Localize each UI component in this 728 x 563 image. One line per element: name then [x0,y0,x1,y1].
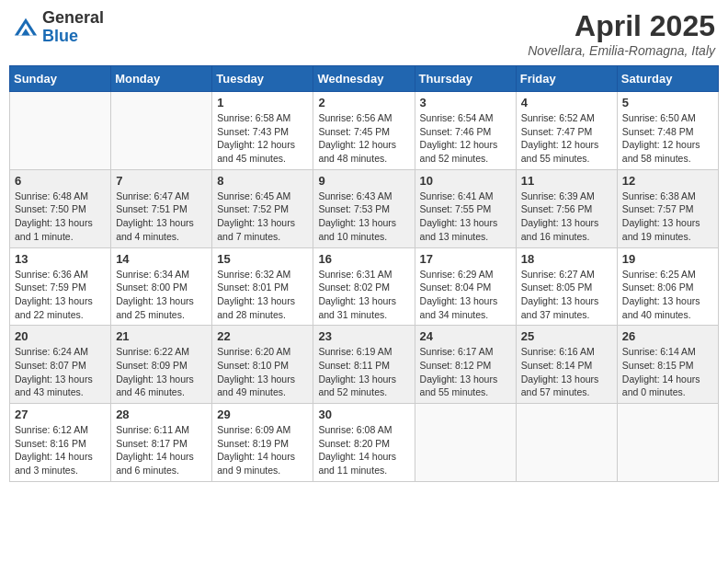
day-number: 6 [15,174,106,188]
day-info: Sunrise: 6:43 AM Sunset: 7:53 PM Dayligh… [318,190,409,244]
weekday-header: Sunday [10,66,111,92]
calendar-table: SundayMondayTuesdayWednesdayThursdayFrid… [9,65,719,482]
day-info: Sunrise: 6:34 AM Sunset: 8:00 PM Dayligh… [116,268,207,322]
day-info: Sunrise: 6:48 AM Sunset: 7:50 PM Dayligh… [15,190,106,244]
calendar-week-row: 20Sunrise: 6:24 AM Sunset: 8:07 PM Dayli… [10,326,719,404]
calendar-cell [516,404,617,482]
calendar-cell: 1Sunrise: 6:58 AM Sunset: 7:43 PM Daylig… [212,92,313,170]
calendar-cell: 8Sunrise: 6:45 AM Sunset: 7:52 PM Daylig… [212,169,313,247]
calendar-cell: 19Sunrise: 6:25 AM Sunset: 8:06 PM Dayli… [617,247,718,326]
day-info: Sunrise: 6:41 AM Sunset: 7:55 PM Dayligh… [420,190,511,244]
day-info: Sunrise: 6:50 AM Sunset: 7:48 PM Dayligh… [622,111,713,166]
day-info: Sunrise: 6:22 AM Sunset: 8:09 PM Dayligh… [116,345,207,399]
day-info: Sunrise: 6:25 AM Sunset: 8:06 PM Dayligh… [622,268,713,322]
logo: General Blue [13,9,104,46]
day-info: Sunrise: 6:20 AM Sunset: 8:10 PM Dayligh… [217,345,308,399]
logo-text: General Blue [42,9,104,46]
day-info: Sunrise: 6:56 AM Sunset: 7:45 PM Dayligh… [318,111,409,166]
day-info: Sunrise: 6:58 AM Sunset: 7:43 PM Dayligh… [217,111,308,166]
calendar-cell: 15Sunrise: 6:32 AM Sunset: 8:01 PM Dayli… [212,247,313,326]
calendar-cell: 28Sunrise: 6:11 AM Sunset: 8:17 PM Dayli… [111,404,212,482]
day-info: Sunrise: 6:32 AM Sunset: 8:01 PM Dayligh… [217,268,308,322]
calendar-cell: 3Sunrise: 6:54 AM Sunset: 7:46 PM Daylig… [415,92,516,170]
weekday-header: Monday [111,66,212,92]
weekday-header: Wednesday [313,66,415,92]
day-number: 20 [15,329,106,343]
day-number: 23 [318,329,409,343]
day-number: 15 [217,252,308,266]
calendar-cell: 29Sunrise: 6:09 AM Sunset: 8:19 PM Dayli… [212,404,313,482]
calendar-week-row: 27Sunrise: 6:12 AM Sunset: 8:16 PM Dayli… [10,404,719,482]
day-info: Sunrise: 6:19 AM Sunset: 8:11 PM Dayligh… [318,345,409,399]
day-number: 1 [217,96,308,109]
calendar-cell: 12Sunrise: 6:38 AM Sunset: 7:57 PM Dayli… [617,169,718,247]
weekday-header: Friday [516,66,617,92]
day-info: Sunrise: 6:52 AM Sunset: 7:47 PM Dayligh… [521,111,612,166]
day-number: 28 [116,408,207,421]
weekday-header: Saturday [617,66,718,92]
calendar-week-row: 6Sunrise: 6:48 AM Sunset: 7:50 PM Daylig… [10,169,719,247]
day-number: 29 [217,408,308,421]
day-number: 11 [521,174,612,188]
calendar-cell: 6Sunrise: 6:48 AM Sunset: 7:50 PM Daylig… [10,169,111,247]
weekday-header: Tuesday [212,66,313,92]
day-info: Sunrise: 6:24 AM Sunset: 8:07 PM Dayligh… [15,345,106,399]
calendar-cell: 30Sunrise: 6:08 AM Sunset: 8:20 PM Dayli… [313,404,415,482]
calendar-cell: 10Sunrise: 6:41 AM Sunset: 7:55 PM Dayli… [415,169,516,247]
calendar-cell: 2Sunrise: 6:56 AM Sunset: 7:45 PM Daylig… [313,92,415,170]
location: Novellara, Emilia-Romagna, Italy [528,43,715,58]
day-number: 3 [420,96,511,109]
calendar-cell: 13Sunrise: 6:36 AM Sunset: 7:59 PM Dayli… [10,247,111,326]
day-number: 18 [521,252,612,266]
calendar-cell [111,92,212,170]
day-info: Sunrise: 6:27 AM Sunset: 8:05 PM Dayligh… [521,268,612,322]
month-title: April 2025 [528,9,715,43]
calendar-cell: 26Sunrise: 6:14 AM Sunset: 8:15 PM Dayli… [617,326,718,404]
day-number: 12 [622,174,713,188]
day-number: 13 [15,252,106,266]
day-number: 10 [420,174,511,188]
calendar-cell [10,92,111,170]
weekday-header: Thursday [415,66,516,92]
calendar-week-row: 13Sunrise: 6:36 AM Sunset: 7:59 PM Dayli… [10,247,719,326]
day-number: 2 [318,96,409,109]
calendar-cell: 16Sunrise: 6:31 AM Sunset: 8:02 PM Dayli… [313,247,415,326]
day-number: 19 [622,252,713,266]
calendar-cell: 5Sunrise: 6:50 AM Sunset: 7:48 PM Daylig… [617,92,718,170]
day-info: Sunrise: 6:09 AM Sunset: 8:19 PM Dayligh… [217,423,308,477]
day-number: 17 [420,252,511,266]
calendar-cell [415,404,516,482]
calendar-cell: 17Sunrise: 6:29 AM Sunset: 8:04 PM Dayli… [415,247,516,326]
calendar-week-row: 1Sunrise: 6:58 AM Sunset: 7:43 PM Daylig… [10,92,719,170]
day-info: Sunrise: 6:12 AM Sunset: 8:16 PM Dayligh… [15,423,106,477]
day-info: Sunrise: 6:14 AM Sunset: 8:15 PM Dayligh… [622,345,713,399]
calendar-cell: 4Sunrise: 6:52 AM Sunset: 7:47 PM Daylig… [516,92,617,170]
day-info: Sunrise: 6:54 AM Sunset: 7:46 PM Dayligh… [420,111,511,166]
day-info: Sunrise: 6:45 AM Sunset: 7:52 PM Dayligh… [217,190,308,244]
day-info: Sunrise: 6:08 AM Sunset: 8:20 PM Dayligh… [318,423,409,477]
day-number: 16 [318,252,409,266]
title-block: April 2025 Novellara, Emilia-Romagna, It… [528,9,715,58]
day-number: 25 [521,329,612,343]
weekday-header-row: SundayMondayTuesdayWednesdayThursdayFrid… [10,66,719,92]
calendar-cell: 11Sunrise: 6:39 AM Sunset: 7:56 PM Dayli… [516,169,617,247]
logo-general: General [42,9,104,28]
day-number: 14 [116,252,207,266]
day-info: Sunrise: 6:38 AM Sunset: 7:57 PM Dayligh… [622,190,713,244]
calendar-cell: 9Sunrise: 6:43 AM Sunset: 7:53 PM Daylig… [313,169,415,247]
day-info: Sunrise: 6:39 AM Sunset: 7:56 PM Dayligh… [521,190,612,244]
day-number: 22 [217,329,308,343]
day-number: 8 [217,174,308,188]
day-number: 27 [15,408,106,421]
calendar-cell [617,404,718,482]
calendar-cell: 24Sunrise: 6:17 AM Sunset: 8:12 PM Dayli… [415,326,516,404]
day-number: 26 [622,329,713,343]
calendar-cell: 22Sunrise: 6:20 AM Sunset: 8:10 PM Dayli… [212,326,313,404]
logo-icon [13,15,39,40]
day-info: Sunrise: 6:36 AM Sunset: 7:59 PM Dayligh… [15,268,106,322]
day-info: Sunrise: 6:16 AM Sunset: 8:14 PM Dayligh… [521,345,612,399]
day-info: Sunrise: 6:17 AM Sunset: 8:12 PM Dayligh… [420,345,511,399]
logo-blue: Blue [42,28,104,46]
calendar-cell: 25Sunrise: 6:16 AM Sunset: 8:14 PM Dayli… [516,326,617,404]
day-number: 7 [116,174,207,188]
